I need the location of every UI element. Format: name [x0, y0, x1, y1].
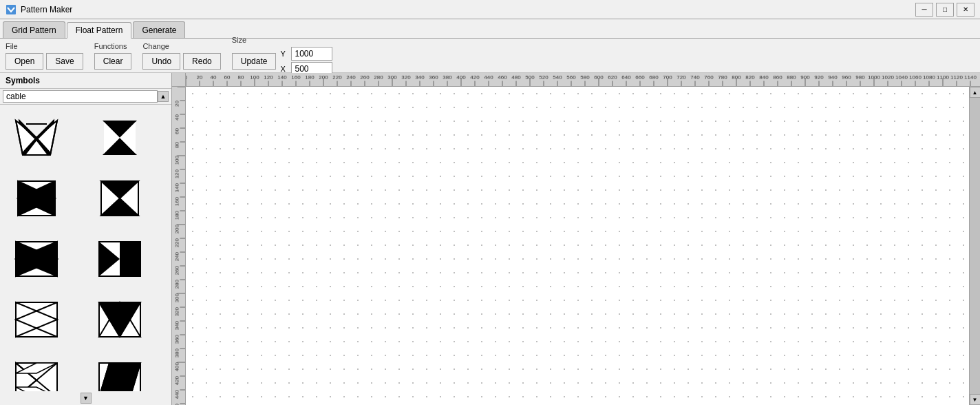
app-icon: [6, 4, 17, 15]
symbol-item-5[interactable]: [6, 231, 67, 287]
app-container: Grid Pattern Float Pattern Generate File…: [0, 19, 980, 405]
size-label: Size: [232, 36, 333, 44]
canvas-scroll[interactable]: [186, 87, 969, 405]
svg-marker-11: [16, 302, 57, 337]
y-input[interactable]: [291, 47, 332, 61]
x-label: X: [280, 65, 288, 73]
scroll-down-button[interactable]: ▼: [970, 394, 981, 405]
scroll-down-arrow[interactable]: ▼: [81, 393, 92, 404]
filter-line: ▲: [0, 89, 171, 105]
functions-label: Functions: [94, 42, 132, 50]
symbol-item-7[interactable]: [6, 292, 67, 347]
tab-grid-pattern[interactable]: Grid Pattern: [3, 21, 65, 38]
app-title: Pattern Maker: [21, 5, 72, 14]
functions-section: Functions Clear: [94, 42, 132, 70]
main-canvas[interactable]: [186, 87, 969, 405]
symbols-header: Symbols: [0, 73, 171, 89]
file-section: File Open Save: [6, 42, 83, 70]
symbols-scroll[interactable]: [0, 105, 171, 391]
y-label: Y: [280, 50, 288, 58]
symbol-item-1[interactable]: [6, 110, 67, 165]
left-panel: Symbols ▲: [0, 73, 172, 405]
scroll-track[interactable]: [970, 98, 980, 394]
change-label: Change: [142, 42, 220, 50]
symbol-item-6[interactable]: [89, 231, 151, 287]
tab-bar: Grid Pattern Float Pattern Generate: [0, 19, 980, 39]
size-inputs: Y X: [280, 47, 332, 76]
canvas-area: ▲ ▼: [172, 73, 980, 405]
scroll-up-arrow[interactable]: ▲: [158, 91, 169, 102]
save-button[interactable]: Save: [46, 53, 83, 70]
ruler-container: [172, 73, 980, 87]
symbol-item-8[interactable]: [89, 292, 151, 347]
close-button[interactable]: ✕: [957, 3, 974, 17]
size-section: Size Update Y X: [232, 36, 333, 76]
symbol-item-4[interactable]: [89, 171, 151, 226]
svg-rect-0: [6, 5, 16, 14]
ruler-left: [172, 87, 186, 405]
symbol-filter-input[interactable]: [3, 90, 158, 103]
clear-button[interactable]: Clear: [94, 53, 132, 70]
title-bar: Pattern Maker ─ □ ✕: [0, 0, 980, 19]
maximize-button[interactable]: □: [936, 3, 954, 17]
symbol-item-10[interactable]: [89, 353, 151, 391]
symbol-item-3[interactable]: [6, 171, 67, 226]
open-button[interactable]: Open: [6, 53, 43, 70]
window-controls: ─ □ ✕: [915, 3, 974, 17]
scroll-up-button[interactable]: ▲: [970, 87, 981, 98]
update-button[interactable]: Update: [232, 53, 277, 70]
toolbar: File Open Save Functions Clear Change Un…: [0, 39, 980, 73]
ruler-top: [186, 73, 980, 87]
svg-marker-9: [120, 242, 140, 276]
minimize-button[interactable]: ─: [915, 3, 933, 17]
undo-button[interactable]: Undo: [142, 53, 180, 70]
redo-button[interactable]: Redo: [183, 53, 221, 70]
ruler-corner: [172, 73, 186, 87]
content-area: Symbols ▲: [0, 73, 980, 405]
tab-generate[interactable]: Generate: [133, 21, 185, 38]
vertical-scrollbar[interactable]: ▲ ▼: [969, 87, 980, 405]
file-label: File: [6, 42, 83, 50]
symbol-item-9[interactable]: [6, 353, 67, 391]
symbols-grid: [0, 105, 171, 391]
change-section: Change Undo Redo: [142, 42, 220, 70]
symbol-item-2[interactable]: [89, 110, 151, 165]
canvas-row: ▲ ▼: [172, 87, 980, 405]
tab-float-pattern[interactable]: Float Pattern: [67, 22, 132, 39]
